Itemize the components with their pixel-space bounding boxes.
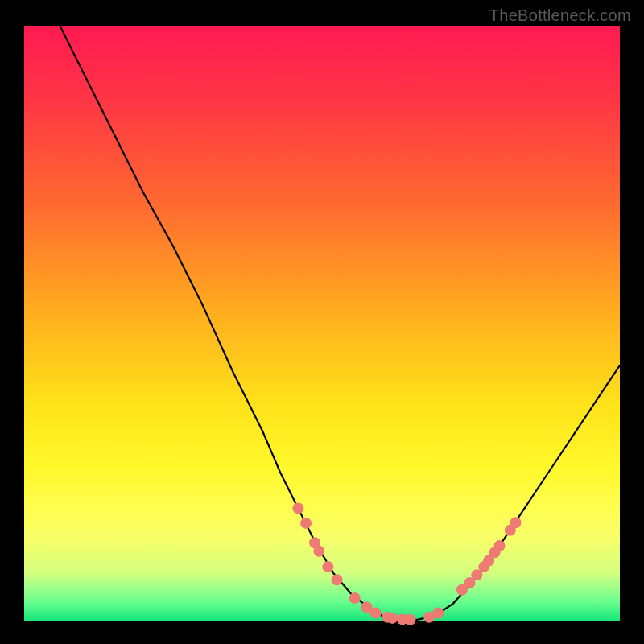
- fit-marker: [494, 540, 506, 551]
- fit-marker: [432, 608, 444, 619]
- fit-marker: [322, 561, 333, 572]
- plot-background: [24, 26, 620, 621]
- fit-marker: [510, 517, 522, 528]
- fit-marker: [370, 608, 382, 619]
- fit-marker: [292, 502, 303, 514]
- chart-svg: [0, 0, 644, 644]
- fit-marker: [386, 613, 398, 624]
- fit-marker: [349, 592, 361, 604]
- fit-marker: [313, 546, 324, 557]
- fit-marker: [405, 614, 416, 625]
- chart-container: TheBottleneck.com: [0, 0, 644, 644]
- watermark-text: TheBottleneck.com: [489, 6, 631, 25]
- fit-marker: [332, 574, 343, 585]
- fit-marker: [300, 518, 312, 529]
